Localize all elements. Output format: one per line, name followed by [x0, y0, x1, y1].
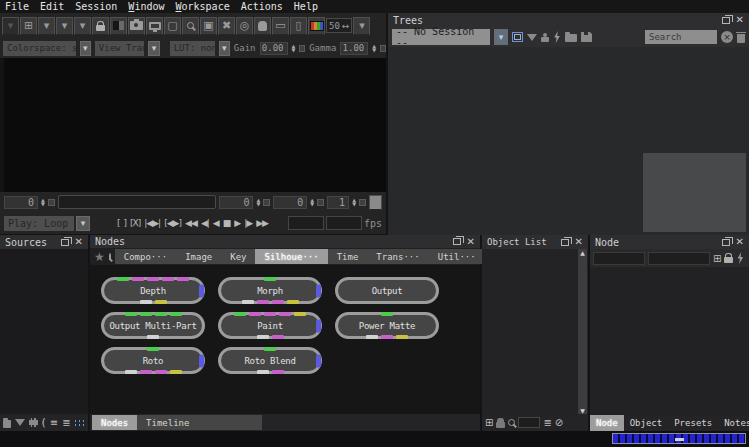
- zoom-percent-field[interactable]: 50↔: [326, 18, 352, 33]
- node-item-power-matte[interactable]: Power Matte: [335, 312, 439, 339]
- play-button[interactable]: ▶: [233, 218, 241, 228]
- disable-icon[interactable]: ⊘: [555, 417, 563, 428]
- object-filter-field[interactable]: [518, 417, 540, 428]
- set-out-button[interactable]: ]: [123, 218, 128, 228]
- connect-icon[interactable]: [541, 37, 549, 42]
- tab-image[interactable]: Image: [176, 249, 221, 264]
- object-list-scrollbar[interactable]: ▲ ▼: [578, 249, 587, 414]
- tab-presets[interactable]: Presets: [668, 415, 718, 431]
- float-panel-icon[interactable]: [61, 239, 69, 246]
- view-transform-dropdown[interactable]: View Trans···: [95, 41, 145, 56]
- step-back-button[interactable]: ◀|: [200, 218, 210, 228]
- view-transform-chevron[interactable]: ▾: [148, 41, 159, 56]
- gamma-reset-button[interactable]: [380, 45, 386, 52]
- region-button[interactable]: ▢: [164, 17, 181, 35]
- detail-view-icon[interactable]: [42, 416, 46, 429]
- folder-icon[interactable]: [565, 34, 577, 42]
- node-item-output[interactable]: Output: [335, 277, 439, 304]
- frame-overlay-button[interactable]: ▭: [272, 17, 289, 35]
- node-item-morph[interactable]: Morph: [218, 277, 322, 304]
- close-panel-icon[interactable]: ✕: [75, 237, 83, 247]
- filter-icon[interactable]: [527, 34, 537, 41]
- menu-session[interactable]: Session: [75, 0, 117, 13]
- search-nodes-icon[interactable]: [109, 253, 111, 260]
- tab-silhouette[interactable]: Silhoue···: [255, 249, 327, 264]
- filter-sources-icon[interactable]: [15, 419, 25, 426]
- node-item-roto[interactable]: Roto: [101, 347, 205, 374]
- trees-content[interactable]: [388, 47, 749, 235]
- float-panel-icon[interactable]: [453, 238, 461, 245]
- menu-actions[interactable]: Actions: [241, 0, 283, 13]
- close-panel-icon[interactable]: ✕: [467, 237, 475, 247]
- tab-notes[interactable]: Notes: [718, 415, 749, 431]
- float-panel-icon[interactable]: [561, 239, 569, 246]
- view-preset-dropdown[interactable]: ▾: [2, 17, 19, 35]
- tab-object[interactable]: Object: [624, 415, 669, 431]
- node-item-output-multi-part[interactable]: Output Multi-Part: [101, 312, 205, 339]
- layout-grid-button[interactable]: ⊞: [20, 17, 37, 35]
- sources-content[interactable]: [0, 249, 88, 414]
- rgb-channels-button[interactable]: [308, 17, 325, 35]
- process-node-icon[interactable]: [736, 252, 744, 264]
- tab-transform[interactable]: Trans···: [367, 249, 428, 264]
- import-source-icon[interactable]: [3, 420, 11, 428]
- tab-node[interactable]: Node: [590, 415, 624, 431]
- gamma-field[interactable]: 1.00: [340, 42, 368, 55]
- node-item-paint[interactable]: Paint: [218, 312, 322, 339]
- step-reset-button[interactable]: [359, 199, 366, 206]
- node-panel-content[interactable]: [590, 267, 749, 415]
- play-mode-dropdown[interactable]: Play: Loop: [4, 216, 74, 231]
- zoom-dropdown[interactable]: ▾: [353, 17, 370, 35]
- search-objects-icon[interactable]: [508, 419, 515, 426]
- frame-spinner[interactable]: ▲▼: [41, 198, 45, 206]
- favorites-star-icon[interactable]: ★: [94, 250, 105, 264]
- lock-objects-icon[interactable]: [496, 422, 505, 428]
- node-item-depth[interactable]: Depth: [101, 277, 205, 304]
- play-in-out-button[interactable]: |◀▶|: [143, 218, 161, 228]
- search-input[interactable]: [645, 30, 717, 44]
- list-view-icon[interactable]: ≡: [50, 417, 58, 428]
- keyer-toggle-button[interactable]: [110, 17, 127, 35]
- scroll-down-icon[interactable]: ▼: [580, 407, 585, 414]
- colorspace-chevron[interactable]: ▾: [80, 41, 91, 56]
- stop-button[interactable]: ■: [222, 218, 232, 228]
- roi-button[interactable]: ▣: [200, 17, 217, 35]
- zoom-tool-button[interactable]: [182, 17, 199, 35]
- session-chevron[interactable]: ▾: [494, 29, 508, 45]
- gain-spinner[interactable]: ▲▼: [292, 44, 296, 52]
- actual-fps-field[interactable]: [326, 216, 362, 230]
- in-reset-button[interactable]: [263, 199, 270, 206]
- out-frame-field[interactable]: 0: [273, 196, 307, 209]
- in-frame-field[interactable]: 0: [219, 196, 253, 209]
- session-dropdown[interactable]: -- No Session --: [392, 29, 490, 45]
- process-icon[interactable]: [553, 31, 561, 43]
- node-name-field[interactable]: [593, 252, 645, 265]
- scroll-up-icon[interactable]: ▲: [580, 249, 585, 256]
- trash-icon[interactable]: [737, 34, 745, 43]
- broadcast-monitor-button[interactable]: [146, 17, 163, 35]
- out-reset-button[interactable]: [317, 199, 324, 206]
- play-reverse-button[interactable]: ◀: [212, 218, 220, 228]
- menu-help[interactable]: Help: [294, 0, 318, 13]
- menu-edit[interactable]: Edit: [40, 0, 64, 13]
- compare-dropdown[interactable]: ▾: [74, 17, 91, 35]
- menu-file[interactable]: File: [5, 0, 29, 13]
- go-end-button[interactable]: ▶▶: [255, 218, 269, 228]
- playback-fps-field[interactable]: [288, 216, 324, 230]
- tab-composite[interactable]: Compo···: [115, 249, 176, 264]
- go-start-button[interactable]: ◀◀: [184, 218, 198, 228]
- footer-tab-nodes[interactable]: Nodes: [92, 415, 137, 430]
- tab-utility[interactable]: Util···: [429, 249, 485, 264]
- expand-params-icon[interactable]: ⊞: [713, 253, 721, 264]
- set-in-button[interactable]: [: [116, 218, 121, 228]
- new-tree-icon[interactable]: [512, 32, 523, 42]
- close-panel-icon[interactable]: ✕: [736, 237, 744, 247]
- menu-workspace[interactable]: Workspace: [175, 0, 229, 13]
- in-spinner[interactable]: ▲▼: [256, 198, 260, 206]
- gamma-spinner[interactable]: ▲▼: [372, 44, 376, 52]
- add-object-icon[interactable]: ⊞: [485, 417, 493, 428]
- reset-range-button[interactable]: [X]: [129, 218, 141, 228]
- pan-tool-button[interactable]: [254, 17, 271, 35]
- object-list-content[interactable]: ▲ ▼: [482, 249, 588, 414]
- lock-view-button[interactable]: [92, 17, 109, 35]
